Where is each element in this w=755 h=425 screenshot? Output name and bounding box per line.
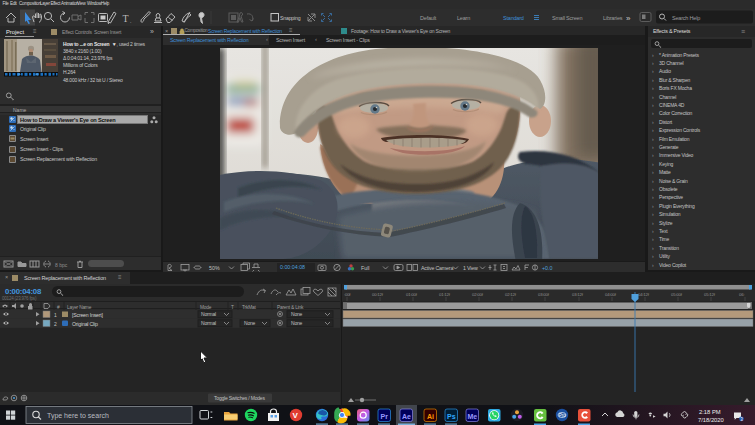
svg-text:2: 2 bbox=[54, 321, 57, 327]
svg-text:V: V bbox=[293, 411, 299, 420]
svg-text:+0.0: +0.0 bbox=[542, 265, 553, 271]
svg-text:Libraries: Libraries bbox=[603, 15, 623, 21]
svg-text:05:00f: 05:00f bbox=[671, 292, 683, 297]
svg-text:T: T bbox=[231, 305, 234, 310]
svg-text:TrkMat: TrkMat bbox=[242, 305, 256, 310]
svg-text:06:: 06: bbox=[739, 292, 744, 297]
svg-text:Ps: Ps bbox=[447, 413, 456, 420]
svg-text:Normal: Normal bbox=[201, 311, 216, 317]
svg-text:00:12f: 00:12f bbox=[372, 292, 384, 297]
svg-text:1 View: 1 View bbox=[463, 265, 478, 271]
svg-text:Normal: Normal bbox=[201, 320, 216, 326]
svg-text:05:12f: 05:12f bbox=[704, 292, 716, 297]
svg-text:Original Clip: Original Clip bbox=[72, 321, 98, 327]
svg-text:Standard: Standard bbox=[503, 15, 524, 21]
svg-text:[Screen Insert]: [Screen Insert] bbox=[72, 312, 103, 318]
svg-text:None: None bbox=[291, 311, 303, 317]
svg-text:8 bpc: 8 bpc bbox=[55, 262, 68, 268]
svg-text:Pr: Pr bbox=[381, 413, 389, 420]
svg-text:Ae: Ae bbox=[402, 413, 411, 420]
svg-text:2:18 PM: 2:18 PM bbox=[699, 409, 721, 415]
svg-text:02:12f: 02:12f bbox=[505, 292, 517, 297]
svg-text:Learn: Learn bbox=[457, 15, 470, 21]
svg-text:Default: Default bbox=[420, 15, 437, 21]
svg-text:Parent & Link: Parent & Link bbox=[277, 305, 304, 310]
svg-text:#: # bbox=[57, 305, 60, 310]
svg-text:Toggle Switches / Modes: Toggle Switches / Modes bbox=[214, 395, 265, 401]
svg-text:T: T bbox=[123, 13, 129, 24]
svg-text:Type here to search: Type here to search bbox=[47, 412, 109, 420]
svg-text:»: » bbox=[626, 14, 631, 23]
svg-text:1: 1 bbox=[54, 312, 57, 318]
svg-text::00f: :00f bbox=[344, 292, 351, 297]
svg-text:Layer Name: Layer Name bbox=[67, 305, 92, 310]
svg-text:Ai: Ai bbox=[427, 413, 434, 420]
svg-text:03:12f: 03:12f bbox=[572, 292, 584, 297]
svg-text:50%: 50% bbox=[209, 265, 220, 271]
svg-text:03:00f: 03:00f bbox=[538, 292, 550, 297]
svg-text:Snapping: Snapping bbox=[280, 15, 301, 21]
svg-text:01:00f: 01:00f bbox=[406, 292, 418, 297]
svg-text:None: None bbox=[244, 320, 256, 326]
svg-text:Mode: Mode bbox=[200, 305, 212, 310]
svg-text:.: . bbox=[130, 18, 131, 24]
svg-text:Small Screen: Small Screen bbox=[552, 15, 582, 21]
svg-text:Pro: Pro bbox=[559, 413, 567, 418]
svg-text:Me: Me bbox=[468, 413, 478, 420]
svg-text:None: None bbox=[291, 320, 303, 326]
svg-text:Search Help: Search Help bbox=[672, 15, 700, 21]
svg-text:01:12f: 01:12f bbox=[439, 292, 451, 297]
svg-text:7/18/2020: 7/18/2020 bbox=[698, 417, 724, 423]
svg-text:Active Camera: Active Camera bbox=[421, 265, 453, 271]
svg-text:04:00f: 04:00f bbox=[605, 292, 617, 297]
svg-text:0:00:04:08: 0:00:04:08 bbox=[280, 264, 305, 270]
svg-text:04:12f: 04:12f bbox=[638, 292, 650, 297]
svg-text:02:00f: 02:00f bbox=[472, 292, 484, 297]
svg-text:Full: Full bbox=[361, 265, 370, 271]
